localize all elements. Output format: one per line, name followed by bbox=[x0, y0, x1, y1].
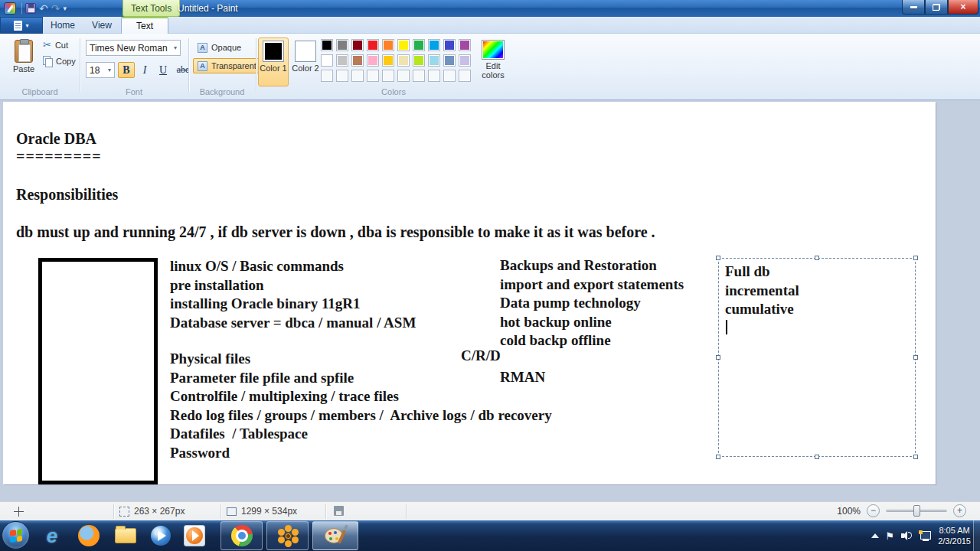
resize-handle[interactable] bbox=[716, 256, 720, 260]
color-swatch[interactable] bbox=[382, 54, 394, 67]
font-size-select[interactable]: 18 ▾ bbox=[86, 62, 115, 78]
zoom-slider-thumb[interactable] bbox=[913, 505, 920, 517]
color-swatch[interactable] bbox=[321, 54, 333, 67]
color-swatch[interactable] bbox=[382, 39, 394, 51]
font-family-value: Times New Roman bbox=[90, 43, 168, 54]
empty-color-slot[interactable] bbox=[459, 70, 471, 82]
taskbar-item-paint-active[interactable] bbox=[312, 521, 358, 550]
drawing-canvas[interactable]: Oracle DBA ========= Responsibilities db… bbox=[3, 102, 936, 484]
taskbar-item-internet-explorer[interactable]: e bbox=[37, 523, 67, 548]
taskbar-item-explorer[interactable] bbox=[110, 523, 141, 548]
taskbar-item-media-player[interactable] bbox=[145, 523, 176, 548]
empty-color-slot[interactable] bbox=[397, 70, 410, 82]
color-swatch[interactable] bbox=[413, 54, 425, 67]
color-swatch[interactable] bbox=[428, 54, 440, 67]
color-swatch[interactable] bbox=[443, 54, 456, 67]
undo-icon[interactable]: ↶ bbox=[39, 3, 48, 14]
taskbar-item-firefox[interactable] bbox=[74, 523, 104, 548]
empty-color-slot[interactable] bbox=[351, 70, 364, 82]
color-swatch[interactable] bbox=[336, 54, 348, 67]
paint-app-icon bbox=[4, 2, 16, 15]
transparent-icon: A bbox=[198, 61, 207, 71]
color-swatch[interactable] bbox=[459, 39, 471, 51]
tray-clock[interactable]: 8:05 AM 2/3/2015 bbox=[938, 525, 971, 546]
save-icon[interactable] bbox=[25, 3, 36, 14]
zoom-slider[interactable] bbox=[886, 504, 947, 517]
empty-color-slot[interactable] bbox=[413, 70, 425, 82]
color-swatch[interactable] bbox=[443, 39, 456, 51]
edit-colors-button[interactable]: Edit colors bbox=[476, 40, 510, 84]
paint-window: ↶ ↷ ▾ Text Tools Untitled - Paint × ▾ Ho… bbox=[0, 0, 980, 551]
tab-text[interactable]: Text bbox=[121, 17, 168, 34]
show-desktop-button[interactable] bbox=[973, 520, 980, 551]
color-swatch[interactable] bbox=[351, 39, 364, 51]
color-swatch[interactable] bbox=[367, 39, 379, 51]
taskbar-item-video-player[interactable] bbox=[179, 523, 210, 548]
color-swatch[interactable] bbox=[428, 39, 440, 51]
resize-handle[interactable] bbox=[815, 455, 819, 459]
zoom-in-button[interactable]: + bbox=[953, 504, 966, 517]
show-hidden-icons-button[interactable] bbox=[871, 533, 879, 538]
color-swatch[interactable] bbox=[351, 54, 364, 67]
empty-color-slot[interactable] bbox=[428, 70, 440, 82]
opaque-button[interactable]: A Opaque bbox=[193, 40, 246, 55]
restore-button[interactable] bbox=[925, 0, 948, 15]
drawn-rectangle bbox=[38, 258, 158, 484]
folder-icon bbox=[115, 528, 136, 543]
file-menu-button[interactable]: ▾ bbox=[0, 17, 43, 34]
start-button[interactable] bbox=[2, 521, 30, 549]
minimize-button[interactable] bbox=[902, 0, 925, 15]
underline-button[interactable]: U bbox=[155, 62, 172, 78]
resize-handle[interactable] bbox=[716, 455, 720, 459]
zoom-out-button[interactable]: − bbox=[867, 504, 880, 517]
color1-button[interactable]: Color 1 bbox=[258, 37, 289, 86]
tab-view[interactable]: View bbox=[83, 17, 121, 34]
color-swatch[interactable] bbox=[321, 39, 333, 51]
tab-home[interactable]: Home bbox=[43, 17, 83, 34]
file-menu-caret-icon: ▾ bbox=[25, 22, 28, 29]
window-title: Untitled - Paint bbox=[178, 3, 238, 14]
color-swatch[interactable] bbox=[336, 39, 348, 51]
redo-icon[interactable]: ↷ bbox=[51, 3, 60, 14]
strikethrough-button[interactable]: abe bbox=[173, 62, 193, 78]
copy-button[interactable]: Copy bbox=[43, 56, 76, 66]
cut-label: Cut bbox=[55, 41, 68, 50]
font-size-value: 18 bbox=[90, 65, 100, 76]
taskbar-item-chrome-open[interactable] bbox=[220, 521, 263, 550]
close-button[interactable]: × bbox=[948, 0, 978, 15]
color-swatch[interactable] bbox=[367, 54, 379, 67]
action-center-flag-icon[interactable]: ⚑ bbox=[886, 530, 895, 542]
cut-button[interactable]: ✂ Cut bbox=[43, 40, 76, 50]
volume-icon[interactable] bbox=[901, 530, 912, 541]
color-swatch[interactable] bbox=[397, 54, 410, 67]
resize-handle[interactable] bbox=[913, 256, 918, 260]
resize-handle[interactable] bbox=[913, 455, 918, 459]
resize-handle[interactable] bbox=[716, 355, 720, 360]
context-tab-text-tools[interactable]: Text Tools bbox=[122, 0, 180, 17]
color-swatch[interactable] bbox=[397, 39, 410, 51]
scissors-icon: ✂ bbox=[43, 40, 51, 50]
color-swatch[interactable] bbox=[459, 54, 471, 67]
italic-button[interactable]: I bbox=[136, 62, 153, 78]
paste-button[interactable]: Paste bbox=[6, 38, 41, 86]
empty-color-slot[interactable] bbox=[367, 70, 379, 82]
empty-color-slot[interactable] bbox=[443, 70, 456, 82]
bold-button[interactable]: B bbox=[118, 62, 135, 78]
resize-handle[interactable] bbox=[815, 256, 819, 260]
ribbon-tab-row: ▾ Home View Text bbox=[0, 17, 980, 34]
divider bbox=[113, 504, 114, 519]
color-swatch[interactable] bbox=[413, 39, 425, 51]
resize-handle[interactable] bbox=[913, 355, 918, 360]
customize-toolbar-caret-icon[interactable]: ▾ bbox=[63, 5, 67, 12]
divider bbox=[406, 504, 407, 519]
empty-color-slot[interactable] bbox=[382, 70, 394, 82]
text-cursor bbox=[726, 320, 727, 334]
taskbar-item-photo-app-open[interactable] bbox=[266, 521, 309, 550]
empty-color-slot[interactable] bbox=[321, 70, 333, 82]
font-family-select[interactable]: Times New Roman ▾ bbox=[86, 40, 181, 56]
transparent-button[interactable]: A Transparent bbox=[193, 58, 261, 73]
active-text-box[interactable]: Full dbincrementalcumulative bbox=[718, 258, 916, 457]
color2-button[interactable]: Color 2 bbox=[290, 37, 321, 86]
empty-color-slot[interactable] bbox=[336, 70, 348, 82]
network-icon[interactable] bbox=[919, 530, 931, 541]
